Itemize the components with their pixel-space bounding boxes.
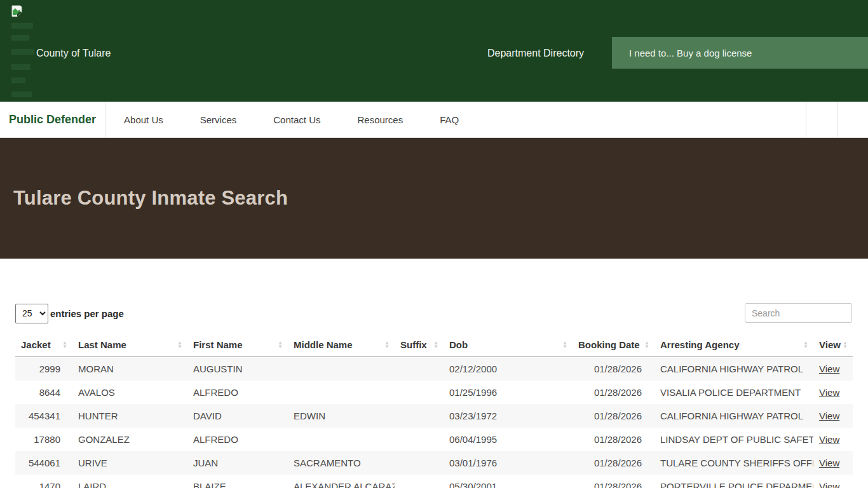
table-row: 454341 HUNTER DAVID EDWIN 03/23/1972 01/… [15,404,853,428]
table-row: 2999 MORAN AUGUSTIN 02/12/2000 01/28/202… [15,357,853,381]
cell-last-name: HUNTER [72,404,187,428]
cell-first-name: JUAN [187,451,288,475]
nav-items: About Us Services Contact Us Resources F… [105,102,806,137]
nav-right-cells [806,102,868,137]
hero-banner: Tulare County Inmate Search [0,138,868,259]
cell-middle-name [288,381,395,404]
column-header-jacket[interactable]: Jacket▲▼ [15,333,72,357]
cell-first-name: AUGUSTIN [187,357,288,381]
cell-last-name: GONZALEZ [72,428,187,451]
site-header: County of Tulare Department Directory I … [0,0,868,102]
cell-dob: 01/25/1996 [444,381,573,404]
cell-jacket: 454341 [15,404,72,428]
cell-booking-date: 01/28/2026 [573,451,654,475]
sort-icon: ▲▼ [562,341,567,349]
cell-suffix [395,475,444,488]
cell-jacket: 2999 [15,357,72,381]
column-header-arresting-agency[interactable]: Arresting Agency▲▼ [654,333,813,357]
cell-arresting-agency: LINDSAY DEPT OF PUBLIC SAFETY [654,428,813,451]
view-link[interactable]: View [819,387,839,398]
cell-booking-date: 01/28/2026 [573,475,654,488]
table-row: 8644 AVALOS ALFREDO 01/25/1996 01/28/202… [15,381,853,404]
nav-item-faq[interactable]: FAQ [421,114,477,125]
cell-suffix [395,428,444,451]
cell-last-name: AVALOS [72,381,187,404]
cell-booking-date: 01/28/2026 [573,381,654,404]
inmate-table: Jacket▲▼ Last Name▲▼ First Name▲▼ Middle… [15,333,853,488]
nav-item-contact-us[interactable]: Contact Us [255,114,339,125]
cell-middle-name [288,357,395,381]
cell-jacket: 8644 [15,381,72,404]
cell-jacket: 1470 [15,475,72,488]
sort-icon: ▲▼ [433,341,438,349]
cell-arresting-agency: PORTERVILLE POLICE DEPARMENT [654,475,813,488]
entries-per-page-select[interactable]: 25 [15,304,48,323]
sort-icon: ▲▼ [803,341,808,349]
column-header-booking-date[interactable]: Booking Date▲▼ [573,333,654,357]
cell-booking-date: 01/28/2026 [573,404,654,428]
main-content: 25 entries per page Jacket▲▼ Last Name▲▼… [0,259,868,488]
i-need-to-button[interactable]: I need to... Buy a dog license [612,37,868,69]
sort-icon: ▲▼ [644,341,649,349]
column-header-view[interactable]: View▲▼ [813,333,853,357]
search-input[interactable] [745,303,852,323]
county-logo-broken-image-icon [11,5,22,20]
cell-booking-date: 01/28/2026 [573,428,654,451]
sort-icon: ▲▼ [278,341,283,349]
cell-first-name: ALFREDO [187,428,288,451]
site-name[interactable]: County of Tulare [36,48,111,59]
column-header-dob[interactable]: Dob▲▼ [444,333,573,357]
nav-brand-public-defender[interactable]: Public Defender [0,102,105,137]
cell-arresting-agency: CALIFORNIA HIGHWAY PATROL [654,357,813,381]
inmate-table-body: 2999 MORAN AUGUSTIN 02/12/2000 01/28/202… [15,357,853,488]
cell-middle-name: EDWIN [288,404,395,428]
table-controls: 25 entries per page [15,303,853,323]
view-link[interactable]: View [819,410,839,421]
cell-first-name: DAVID [187,404,288,428]
cell-first-name: ALFREDO [187,381,288,404]
nav-item-resources[interactable]: Resources [339,114,421,125]
view-link[interactable]: View [819,481,839,488]
column-header-first-name[interactable]: First Name▲▼ [187,333,288,357]
entries-per-page-label: entries per page [50,308,124,319]
page-title: Tulare County Inmate Search [13,187,288,210]
cell-dob: 03/23/1972 [444,404,573,428]
column-header-suffix[interactable]: Suffix▲▼ [395,333,444,357]
table-row: 1470 LAIRD BLAIZE ALEXANDER ALCARAZ 05/3… [15,475,853,488]
nav-item-about-us[interactable]: About Us [105,114,182,125]
cell-suffix [395,381,444,404]
cell-dob: 06/04/1995 [444,428,573,451]
column-header-middle-name[interactable]: Middle Name▲▼ [288,333,395,357]
view-link[interactable]: View [819,363,839,374]
nav-cell-1[interactable] [806,102,837,137]
sort-icon: ▲▼ [384,341,390,349]
view-link[interactable]: View [819,458,839,468]
cell-suffix [395,404,444,428]
cell-dob: 02/12/2000 [444,357,573,381]
cell-jacket: 544061 [15,451,72,475]
cell-suffix [395,357,444,381]
table-header-row: Jacket▲▼ Last Name▲▼ First Name▲▼ Middle… [15,333,853,357]
table-row: 544061 URIVE JUAN SACRAMENTO 03/01/1976 … [15,451,853,475]
table-row: 17880 GONZALEZ ALFREDO 06/04/1995 01/28/… [15,428,853,451]
cell-suffix [395,451,444,475]
sort-icon: ▲▼ [62,341,67,349]
sort-icon: ▲▼ [177,341,182,349]
nav-cell-2[interactable] [837,102,868,137]
cell-first-name: BLAIZE [187,475,288,488]
cell-last-name: MORAN [72,357,187,381]
cell-middle-name: SACRAMENTO [288,451,395,475]
cell-last-name: URIVE [72,451,187,475]
cell-dob: 03/01/1976 [444,451,573,475]
cell-last-name: LAIRD [72,475,187,488]
cell-middle-name [288,428,395,451]
department-directory-link[interactable]: Department Directory [487,48,584,59]
sort-icon: ▲▼ [843,341,848,349]
main-nav: Public Defender About Us Services Contac… [0,102,868,138]
view-link[interactable]: View [819,434,839,445]
cell-jacket: 17880 [15,428,72,451]
cell-arresting-agency: TULARE COUNTY SHERIFFS OFFICE [654,451,813,475]
nav-item-services[interactable]: Services [182,114,255,125]
column-header-last-name[interactable]: Last Name▲▼ [72,333,187,357]
cell-booking-date: 01/28/2026 [573,357,654,381]
